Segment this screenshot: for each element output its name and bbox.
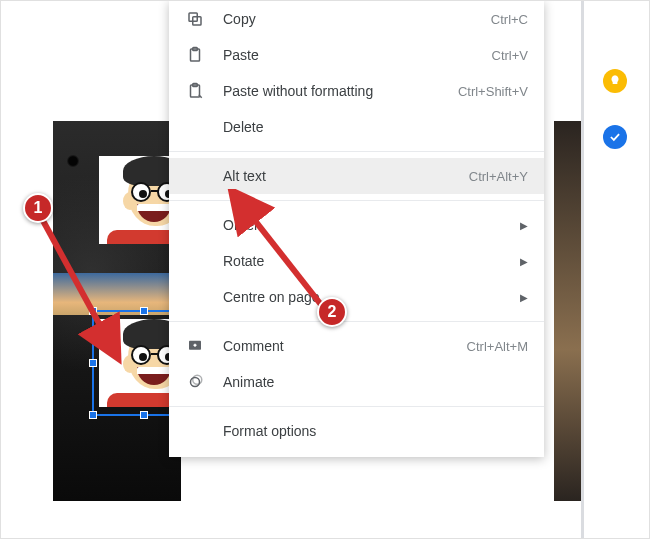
callout-number: 1 (34, 199, 43, 217)
menu-label: Paste without formatting (223, 83, 448, 99)
right-sidebar (593, 1, 637, 539)
menu-separator (169, 151, 544, 152)
menu-shortcut: Ctrl+Alt+M (467, 339, 528, 354)
sky-band (53, 273, 181, 315)
menu-label: Centre on page (223, 289, 510, 305)
explore-button[interactable] (603, 69, 627, 93)
callout-badge-2: 2 (317, 297, 347, 327)
menu-label: Order (223, 217, 510, 233)
svg-point-10 (191, 378, 200, 387)
slide-background-right (554, 121, 584, 501)
menu-copy[interactable]: Copy Ctrl+C (169, 1, 544, 37)
paste-plain-icon (185, 81, 205, 101)
menu-label: Rotate (223, 253, 510, 269)
menu-centre-on-page[interactable]: Centre on page ▶ (169, 279, 544, 315)
menu-alt-text[interactable]: Alt text Ctrl+Alt+Y (169, 158, 544, 194)
menu-label: Alt text (223, 168, 459, 184)
chevron-right-icon: ▶ (520, 256, 528, 267)
menu-rotate[interactable]: Rotate ▶ (169, 243, 544, 279)
menu-paste-without-formatting[interactable]: Paste without formatting Ctrl+Shift+V (169, 73, 544, 109)
menu-separator (169, 406, 544, 407)
menu-label: Format options (223, 423, 528, 439)
menu-label: Copy (223, 11, 481, 27)
menu-order[interactable]: Order ▶ (169, 207, 544, 243)
menu-separator (169, 321, 544, 322)
chevron-right-icon: ▶ (520, 220, 528, 231)
menu-shortcut: Ctrl+V (492, 48, 528, 63)
menu-label: Comment (223, 338, 457, 354)
menu-comment[interactable]: Comment Ctrl+Alt+M (169, 328, 544, 364)
menu-label: Animate (223, 374, 528, 390)
comment-icon (185, 336, 205, 356)
menu-label: Paste (223, 47, 482, 63)
callout-number: 2 (328, 303, 337, 321)
chevron-right-icon: ▶ (520, 292, 528, 303)
svg-point-11 (193, 375, 202, 384)
menu-animate[interactable]: Animate (169, 364, 544, 400)
menu-shortcut: Ctrl+Shift+V (458, 84, 528, 99)
menu-shortcut: Ctrl+C (491, 12, 528, 27)
menu-paste[interactable]: Paste Ctrl+V (169, 37, 544, 73)
menu-shortcut: Ctrl+Alt+Y (469, 169, 528, 184)
menu-label: Delete (223, 119, 528, 135)
approve-button[interactable] (603, 125, 627, 149)
paste-icon (185, 45, 205, 65)
copy-icon (185, 9, 205, 29)
menu-format-options[interactable]: Format options (169, 413, 544, 449)
svg-rect-9 (194, 344, 196, 347)
menu-delete[interactable]: Delete (169, 109, 544, 145)
context-menu: Copy Ctrl+C Paste Ctrl+V Paste without f… (169, 1, 544, 457)
animate-icon (185, 372, 205, 392)
callout-badge-1: 1 (23, 193, 53, 223)
menu-separator (169, 200, 544, 201)
